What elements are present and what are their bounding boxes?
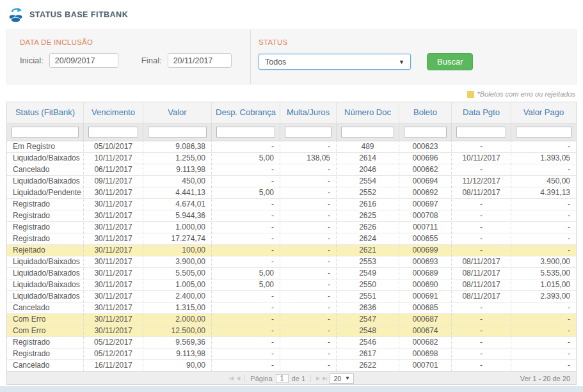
cell: - [511,314,576,325]
cell: 1.005,00 [143,279,212,290]
column-filter-input[interactable] [88,127,138,137]
cell: 2616 [337,199,399,210]
cell: 000699 [399,245,452,256]
cell: 30/11/2017 [84,210,143,221]
filter-cell [280,123,337,141]
page-title: STATUS BASE FITBANK [29,10,128,19]
table-row[interactable]: Liquidado/Baixados30/11/20173.900,00--25… [7,256,576,268]
table-row[interactable]: Cancelado30/11/20171.315,00--2636000685-… [7,302,576,314]
cell: - [280,245,337,256]
table-row[interactable]: Liquidado/Baixados10/11/20171.255,005,00… [7,153,576,164]
cell: - [511,325,576,336]
column-header[interactable]: Boleto [399,102,452,123]
table-row[interactable]: Registrado30/11/20175.944,36--2625000708… [7,210,576,222]
cell: - [452,233,511,244]
table-row[interactable]: Rejeitado30/11/2017100,00--2621000699-- [7,245,576,256]
table-row[interactable]: Registrado05/12/20179.113,98--2617000698… [7,349,576,360]
cell: 2636 [337,302,399,313]
cell: Rejeitado [7,245,84,256]
cell: 10/11/2017 [452,153,511,164]
cell: 05/12/2017 [84,349,143,359]
table-row[interactable]: Cancelado16/11/201790,00--2622000701-- [7,360,576,372]
column-filter-input[interactable] [516,127,571,137]
table-row[interactable]: Liquidado/Baixados30/11/20175.505,005,00… [7,268,576,279]
cell: - [452,210,511,221]
cell: 5,00 [212,279,280,290]
page-label: Página [250,375,272,382]
column-filter-input[interactable] [341,127,394,137]
column-filter-input[interactable] [148,127,207,137]
column-header[interactable]: Valor [143,102,212,123]
table-row[interactable]: Liquidado/Pendente30/11/20174.441,135,00… [7,187,576,199]
cell: - [212,164,280,175]
table-row[interactable]: Com Erro30/11/201712.500,00--2548000674-… [7,325,576,337]
last-page-button[interactable]: ▶| [323,375,326,381]
table-row[interactable]: Liquidado/Baixados09/11/2017450,00--2554… [7,176,576,187]
column-header[interactable]: Vencimento [84,102,143,123]
cell: 1.315,00 [143,302,212,313]
column-filter-input[interactable] [216,127,275,137]
cell: Registrado [7,349,84,359]
table-row[interactable]: Liquidado/Baixados30/11/20171.005,005,00… [7,279,576,291]
cell: 4.674,01 [143,199,212,210]
cell: - [511,141,576,152]
initial-date-input[interactable] [49,53,118,68]
chevron-down-icon: ▼ [345,375,350,381]
cell: 5.535,00 [511,268,576,279]
cell: 17.274,74 [143,233,212,244]
column-header[interactable]: Data Pgto [452,102,511,123]
prev-page-button[interactable]: ◀ [236,375,239,381]
page-number-input[interactable] [276,374,289,383]
date-filter-section: DATA DE INCLUSÃO Inicial: Final: [7,30,250,84]
column-filter-input[interactable] [404,127,447,137]
cell: 5,00 [212,153,280,164]
column-header[interactable]: Multa/Juros [280,102,337,123]
search-button[interactable]: Buscar [427,53,473,70]
cell: 9.113,98 [143,349,212,359]
cell: 2626 [337,222,399,233]
pager-separator [244,375,245,382]
cell: Registrado [7,199,84,210]
cell: - [511,245,576,256]
column-header[interactable]: Valor Pago [511,102,576,123]
cell: - [280,325,337,336]
cell: Liquidado/Baixados [7,256,84,267]
table-row[interactable]: Registrado30/11/20171.000,00--2626000711… [7,222,576,233]
cell: Liquidado/Baixados [7,268,84,279]
status-select[interactable]: Todos ▼ [259,54,411,70]
cell: Em Registro [7,141,84,152]
column-filter-input[interactable] [285,127,331,137]
cell: 08/11/2017 [452,279,511,290]
table-row[interactable]: Cancelado06/11/20179.113,98--2046000662-… [7,164,576,176]
cell: - [212,141,280,152]
final-date-input[interactable] [168,53,232,68]
column-filter-input[interactable] [12,127,79,137]
cell: - [511,349,576,359]
table-row[interactable]: Registrado05/12/20179.569,36--2546000682… [7,337,576,349]
cell: - [511,337,576,348]
cell: 9.113,98 [143,164,212,175]
next-page-button[interactable]: ▶ [316,375,319,381]
column-header[interactable]: Número Doc [337,102,399,123]
table-row[interactable]: Liquidado/Baixados30/11/20172.400,00--25… [7,291,576,302]
table-row[interactable]: Registrado30/11/20174.674,01--2616000697… [7,199,576,210]
cell: - [280,279,337,290]
cell: 30/11/2017 [84,256,143,267]
table-row[interactable]: Em Registro05/10/20179.086,38--489000623… [7,141,576,153]
cell: Com Erro [7,325,84,336]
column-header[interactable]: Desp. Cobrança [212,102,280,123]
cell: 000711 [399,222,452,233]
cell: 9.086,38 [143,141,212,152]
first-page-button[interactable]: |◀ [229,375,233,381]
cell: Com Erro [7,314,84,325]
cell: - [511,210,576,221]
table-row[interactable]: Registrado30/11/201717.274,74--262400065… [7,233,576,245]
page-size-select[interactable]: 20 ▼ [330,373,354,384]
page-size-value: 20 [333,375,341,382]
cell: - [280,187,337,198]
table-row[interactable]: Com Erro30/11/20172.000,00--2547000687-- [7,314,576,325]
column-header[interactable]: Status (FitBank) [7,102,84,123]
cell: 90,00 [143,360,212,371]
cell: - [452,245,511,256]
column-filter-input[interactable] [456,127,506,137]
